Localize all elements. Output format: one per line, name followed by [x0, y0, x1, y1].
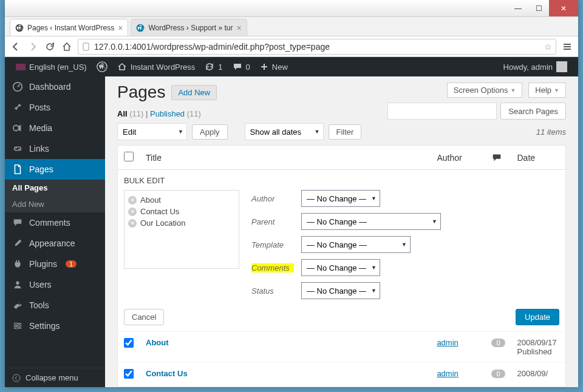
- author-select[interactable]: — No Change —: [301, 190, 380, 207]
- svg-point-16: [15, 323, 18, 325]
- sidebar-label: Links: [29, 144, 49, 154]
- collapse-icon: [12, 374, 21, 382]
- reload-button[interactable]: [44, 41, 56, 53]
- svg-point-17: [18, 325, 21, 327]
- home-button[interactable]: [61, 41, 73, 53]
- add-new-button[interactable]: Add New: [171, 85, 217, 100]
- cancel-button[interactable]: Cancel: [124, 309, 164, 325]
- filter-all[interactable]: All (11): [117, 109, 143, 118]
- row-checkbox[interactable]: [124, 369, 134, 379]
- menu-button[interactable]: [561, 41, 573, 53]
- comment-icon: [12, 217, 23, 228]
- svg-point-12: [16, 282, 19, 285]
- column-author[interactable]: Author: [431, 146, 485, 170]
- adminbar-site[interactable]: Instant WordPress: [112, 57, 200, 76]
- author-link[interactable]: admin: [437, 338, 458, 347]
- comments-select[interactable]: — No Change —: [301, 259, 380, 276]
- page-title-link[interactable]: About: [146, 338, 169, 347]
- bulk-item: ✕Our Location: [128, 217, 235, 229]
- submenu-all-pages[interactable]: All Pages: [5, 180, 105, 196]
- filter-button[interactable]: Filter: [329, 124, 362, 140]
- adminbar-new[interactable]: New: [255, 57, 293, 76]
- browser-tab-active[interactable]: Pages ‹ Instant WordPress ×: [10, 19, 128, 36]
- plugin-icon: [12, 259, 23, 269]
- adminbar-wp-logo[interactable]: [92, 57, 112, 76]
- tab-title: Pages ‹ Instant WordPress: [27, 24, 114, 32]
- sidebar-item-dashboard[interactable]: Dashboard: [5, 76, 105, 97]
- search-input[interactable]: [387, 103, 497, 120]
- sidebar-item-tools[interactable]: Tools: [5, 295, 105, 316]
- sidebar-label: Media: [29, 123, 52, 133]
- back-button[interactable]: [10, 41, 22, 53]
- tablenav-top: Edit Apply Show all dates Filter 11 item…: [117, 123, 566, 140]
- apply-button[interactable]: Apply: [192, 124, 228, 140]
- table-row: Contact Us admin 0 2008/09/: [118, 363, 566, 387]
- parent-select[interactable]: — No Change —: [301, 213, 441, 230]
- window-maximize-button[interactable]: ☐: [528, 0, 549, 16]
- chevron-down-icon: ▼: [554, 87, 559, 93]
- sidebar-item-links[interactable]: Links: [5, 138, 105, 159]
- status-select[interactable]: — No Change —: [301, 282, 380, 299]
- sidebar-item-settings[interactable]: Settings: [5, 316, 105, 336]
- adminbar-comments[interactable]: 0: [228, 57, 255, 76]
- sidebar-label: Posts: [29, 103, 50, 112]
- comment-count-badge[interactable]: 0: [491, 370, 505, 378]
- select-all-checkbox[interactable]: [124, 152, 134, 161]
- page-title-link[interactable]: Contact Us: [146, 369, 188, 378]
- tab-close-icon[interactable]: ×: [237, 23, 242, 33]
- filter-published[interactable]: Published: [150, 109, 185, 118]
- search-button[interactable]: Search Pages: [500, 103, 566, 120]
- bulk-action-select[interactable]: Edit: [117, 123, 187, 140]
- new-label: New: [272, 63, 288, 72]
- comment-count-badge[interactable]: 0: [491, 339, 505, 347]
- column-title[interactable]: Title: [140, 146, 431, 170]
- svg-point-18: [15, 327, 18, 329]
- column-date[interactable]: Date: [511, 146, 566, 170]
- sidebar-item-appearance[interactable]: Appearance: [5, 233, 105, 254]
- remove-item-icon[interactable]: ✕: [128, 219, 137, 228]
- browser-tab-inactive[interactable]: WordPress › Support » tur ×: [131, 19, 247, 36]
- dashboard-icon: [12, 81, 23, 92]
- sidebar-item-pages[interactable]: Pages: [5, 159, 105, 180]
- adminbar-language[interactable]: English (en_US): [11, 57, 92, 76]
- sidebar-item-plugins[interactable]: Plugins 1: [5, 254, 105, 274]
- template-select[interactable]: — No Change —: [301, 236, 411, 253]
- updates-count: 1: [218, 63, 222, 72]
- tab-close-icon[interactable]: ×: [118, 23, 123, 33]
- svg-rect-4: [16, 64, 26, 65]
- remove-item-icon[interactable]: ✕: [128, 196, 137, 204]
- address-bar[interactable]: 127.0.0.1:4001/wordpress/wp-admin/edit.p…: [78, 39, 556, 55]
- submenu-add-new[interactable]: Add New: [5, 196, 105, 212]
- window-close-button[interactable]: ✕: [549, 0, 578, 16]
- sidebar-label: Plugins: [29, 259, 57, 269]
- sidebar-label: Users: [29, 280, 52, 289]
- field-label-template: Template: [251, 240, 294, 249]
- sidebar-item-users[interactable]: Users: [5, 274, 105, 295]
- adminbar-updates[interactable]: 1: [200, 57, 227, 76]
- help-button[interactable]: Help ▼: [528, 83, 566, 98]
- sidebar-item-posts[interactable]: Posts: [5, 97, 105, 118]
- bulk-edit-panel: BULK EDIT ✕About ✕Contact Us ✕Our Locati…: [118, 170, 566, 332]
- bookmark-star-icon[interactable]: ☆: [544, 42, 552, 52]
- window-minimize-button[interactable]: —: [508, 0, 528, 16]
- tab-title: WordPress › Support » tur: [148, 24, 233, 32]
- sidebar-item-media[interactable]: Media: [5, 118, 105, 138]
- link-icon: [12, 143, 23, 154]
- bulk-edit-fields: Author— No Change — Parent— No Change — …: [251, 190, 441, 299]
- row-checkbox[interactable]: [124, 338, 134, 348]
- author-link[interactable]: admin: [437, 369, 458, 378]
- page-title: Pages: [117, 83, 165, 102]
- browser-toolbar: 127.0.0.1:4001/wordpress/wp-admin/edit.p…: [5, 36, 578, 57]
- items-count: 11 items: [536, 127, 566, 137]
- page-icon: [82, 42, 90, 51]
- sidebar-item-comments[interactable]: Comments: [5, 212, 105, 233]
- forward-button[interactable]: [27, 41, 39, 53]
- adminbar-account[interactable]: Howdy, admin: [499, 57, 572, 76]
- date-filter-select[interactable]: Show all dates: [245, 123, 324, 140]
- comment-icon: [233, 62, 242, 72]
- collapse-menu-button[interactable]: Collapse menu: [5, 368, 105, 387]
- column-comments[interactable]: [485, 146, 511, 170]
- update-button[interactable]: Update: [516, 309, 559, 325]
- remove-item-icon[interactable]: ✕: [128, 208, 137, 216]
- screen-options-button[interactable]: Screen Options ▼: [447, 83, 523, 98]
